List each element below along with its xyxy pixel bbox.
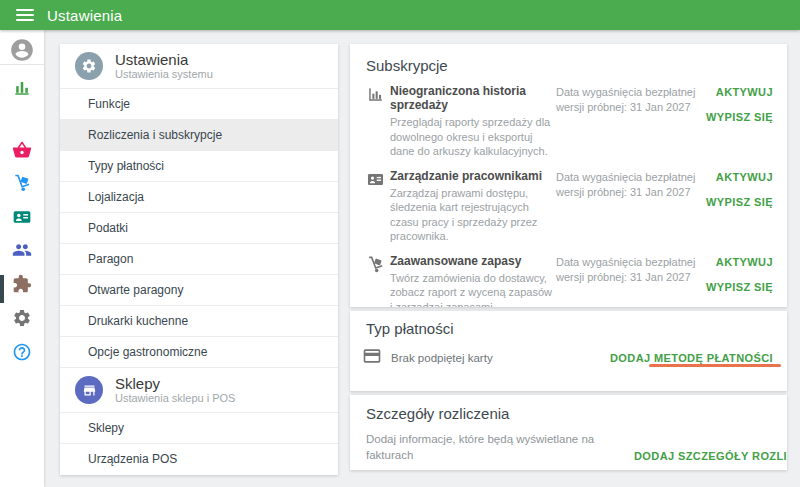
employees-icon[interactable] — [0, 207, 44, 227]
reports-icon[interactable] — [0, 77, 44, 97]
menu-item-paragon[interactable]: Paragon — [60, 243, 338, 274]
activate-button[interactable]: AKTYWUJ — [702, 256, 773, 268]
menu-item-funkcje[interactable]: Funkcje — [60, 88, 338, 119]
menu-group-settings-header: Ustawienia Ustawienia systemu — [60, 44, 338, 88]
menu-item-podatki[interactable]: Podatki — [60, 212, 338, 243]
subscription-description: Twórz zamówienia do dostawcy, zobacz rap… — [390, 271, 556, 308]
settings-group-icon — [75, 52, 103, 80]
subscription-expiry: Data wygaśnięcia bezpłatnej wersji próbn… — [556, 254, 702, 308]
payment-type-card: Typ płatności Brak podpiętej karty DODAJ… — [350, 311, 787, 391]
menu-group-stores-subtitle: Ustawienia sklepu i POS — [115, 392, 235, 405]
payment-add-highlight-underline — [649, 364, 781, 367]
billing-details-card: Szczegóły rozliczenia Dodaj informacje, … — [350, 395, 787, 470]
subscription-expiry: Data wygaśnięcia bezpłatnej wersji próbn… — [556, 84, 702, 159]
subscription-name: Nieograniczona historia sprzedaży — [390, 84, 556, 112]
subscription-description: Zarządzaj prawami dostępu, śledzenia kar… — [390, 186, 556, 244]
activate-button[interactable]: AKTYWUJ — [702, 86, 773, 98]
unsubscribe-button[interactable]: WYPISZ SIĘ — [702, 196, 773, 208]
subscription-name: Zaawansowane zapasy — [390, 254, 556, 268]
add-payment-method-button[interactable]: DODAJ METODĘ PŁATNOŚCI — [610, 352, 773, 364]
billing-details-title: Szczegóły rozliczenia — [350, 395, 787, 429]
unsubscribe-button[interactable]: WYPISZ SIĘ — [702, 111, 773, 123]
sales-history-icon — [366, 84, 390, 159]
menu-item-lojalizacja[interactable]: Lojalizacja — [60, 181, 338, 212]
customers-icon[interactable] — [0, 240, 44, 260]
menu-item-rozliczenia-i-subskrypcje[interactable]: Rozliczenia i subskrypcje — [60, 119, 338, 150]
payment-status-text: Brak podpiętej karty — [391, 352, 493, 364]
menu-item-typy-platnosci[interactable]: Typy płatności — [60, 150, 338, 181]
payment-type-title: Typ płatności — [350, 311, 787, 344]
menu-group-settings-title: Ustawienia — [115, 51, 213, 68]
account-icon[interactable] — [0, 37, 44, 63]
page-title: Ustawienia — [47, 7, 122, 24]
subscription-row: Zaawansowane zapasy Twórz zamówienia do … — [350, 254, 787, 308]
integrations-icon[interactable] — [0, 274, 44, 294]
activate-button[interactable]: AKTYWUJ — [702, 171, 773, 183]
menu-hamburger-icon[interactable] — [16, 9, 34, 21]
menu-group-settings-subtitle: Ustawienia systemu — [115, 68, 213, 81]
unsubscribe-button[interactable]: WYPISZ SIĘ — [702, 281, 773, 293]
subscription-row: Nieograniczona historia sprzedaży Przegl… — [350, 84, 787, 159]
items-icon[interactable] — [0, 140, 44, 160]
employee-management-icon — [366, 169, 390, 244]
rail-divider — [0, 64, 44, 65]
rail-selected-indicator — [0, 275, 4, 303]
advanced-inventory-icon — [366, 254, 390, 308]
menu-item-opcje-gastronomiczne[interactable]: Opcje gastronomiczne — [60, 336, 338, 367]
settings-icon[interactable] — [0, 308, 44, 328]
add-billing-details-button[interactable]: DODAJ SZCZEGÓŁY ROZLICZENIOWE — [634, 450, 787, 462]
subscriptions-card: Subskrypcje Nieograniczona historia sprz… — [350, 44, 787, 307]
menu-item-otwarte-paragony[interactable]: Otwarte paragony — [60, 274, 338, 305]
credit-card-icon — [362, 346, 382, 370]
menu-item-urzadzenia-pos[interactable]: Urządzenia POS — [60, 443, 338, 474]
menu-group-stores-header: Sklepy Ustawienia sklepu i POS — [60, 367, 338, 412]
menu-item-sklepy[interactable]: Sklepy — [60, 412, 338, 443]
inventory-icon[interactable] — [0, 173, 44, 193]
subscription-row: Zarządzanie pracownikami Zarządzaj prawa… — [350, 169, 787, 244]
help-icon[interactable] — [0, 342, 44, 362]
subscription-expiry: Data wygaśnięcia bezpłatnej wersji próbn… — [556, 169, 702, 244]
app-bar: Ustawienia — [0, 0, 800, 30]
stores-group-icon — [75, 376, 103, 404]
subscriptions-title: Subskrypcje — [350, 44, 787, 84]
subscription-name: Zarządzanie pracownikami — [390, 169, 556, 183]
menu-group-stores-title: Sklepy — [115, 375, 235, 392]
menu-item-drukarki-kuchenne[interactable]: Drukarki kuchenne — [60, 305, 338, 336]
settings-menu-panel: Ustawienia Ustawienia systemu Funkcje Ro… — [60, 44, 338, 475]
billing-description: Dodaj informacje, które będą wyświetlane… — [366, 431, 634, 463]
subscription-description: Przeglądaj raporty sprzedaży dla dowolne… — [390, 115, 556, 159]
icon-rail — [0, 30, 44, 487]
